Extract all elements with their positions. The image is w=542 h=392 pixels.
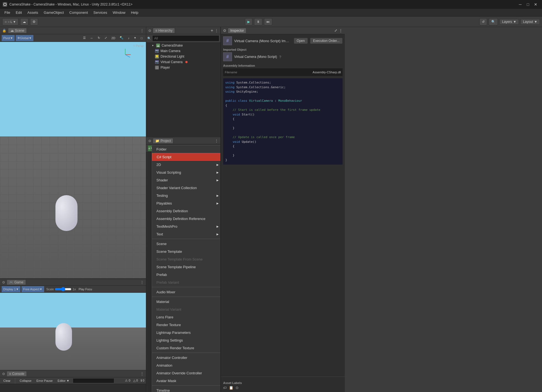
fx-btn[interactable]: ✦ bbox=[132, 35, 138, 41]
scene-toolbar: Pivot ▼ ⊕ Global ▼ ☰ ↔ ↻ ⤢ 2D 🔦 ♪ ✦ □ bbox=[0, 34, 146, 42]
menu-entry-prefab-variant: Prefab Variant bbox=[152, 278, 220, 286]
menu-window[interactable]: Window bbox=[110, 10, 128, 15]
menu-services[interactable]: Services bbox=[91, 10, 110, 15]
menu-entry-render-texture[interactable]: Render Texture bbox=[152, 321, 220, 329]
menu-entry-shader-variant-collection[interactable]: Shader Variant Collection bbox=[152, 184, 220, 192]
menu-edit[interactable]: Edit bbox=[13, 10, 25, 15]
tab-project[interactable]: 📁 Project bbox=[153, 138, 173, 144]
tab-inspector[interactable]: Inspector bbox=[228, 28, 246, 33]
menu-assets[interactable]: Assets bbox=[25, 10, 41, 15]
hierarchy-item-camerashake[interactable]: ▼ ⛰ CameraShake bbox=[146, 43, 220, 48]
menu-entry-textmeshpro[interactable]: TextMeshPro ▶ bbox=[152, 222, 220, 230]
cloud-icon: ☁ bbox=[23, 20, 26, 24]
menu-help[interactable]: Help bbox=[128, 10, 141, 15]
close-button[interactable]: ✕ bbox=[532, 1, 539, 8]
menu-entry-avatar-mask[interactable]: Avatar Mask bbox=[152, 377, 220, 385]
step-button[interactable]: ⏭ bbox=[264, 18, 272, 25]
execution-order-button[interactable]: Execution Order... bbox=[310, 38, 343, 44]
menu-gameobject[interactable]: GameObject bbox=[41, 10, 66, 15]
menu-entry-prefab[interactable]: Prefab bbox=[152, 271, 220, 278]
menu-entry-csharp-script[interactable]: C# Script bbox=[152, 153, 220, 161]
layout-button[interactable]: Layout ▼ bbox=[520, 19, 540, 25]
menu-entry-custom-render-texture[interactable]: Custom Render Texture bbox=[152, 344, 220, 352]
play-button[interactable]: ▶ bbox=[245, 18, 252, 25]
global-toggle[interactable]: ⊕ Global ▼ bbox=[16, 35, 33, 41]
rotate-btn[interactable]: ↻ bbox=[96, 35, 102, 41]
game-menu-icon[interactable]: ⋮ bbox=[140, 280, 144, 284]
asset-labels-title: Asset Labels bbox=[223, 381, 343, 385]
scale-btn[interactable]: ⤢ bbox=[103, 35, 109, 41]
asset-label-icon3[interactable]: ⊙ bbox=[236, 386, 239, 390]
inspector-menu-icon[interactable]: ⋮ bbox=[339, 28, 343, 33]
tab-console[interactable]: ≡ Console bbox=[7, 371, 27, 377]
grid-btn[interactable]: ☰ bbox=[81, 35, 87, 41]
menu-entry-audio-mixer[interactable]: Audio Mixer bbox=[152, 288, 220, 296]
asset-label-icon1[interactable]: 🏷 bbox=[223, 386, 227, 390]
search-button[interactable]: 🔍 bbox=[489, 18, 498, 25]
menu-entry-assembly-definition[interactable]: Assembly Definition bbox=[152, 207, 220, 215]
menu-entry-text[interactable]: Text ▶ bbox=[152, 230, 220, 238]
collapse-button[interactable]: Collapse bbox=[18, 379, 33, 383]
minimize-button[interactable]: ─ bbox=[517, 1, 524, 8]
sky-btn[interactable]: □ bbox=[139, 35, 144, 41]
menu-component[interactable]: Component bbox=[66, 10, 90, 15]
menu-entry-timeline[interactable]: Timeline bbox=[152, 386, 220, 392]
menu-entry-playables[interactable]: Playables ▶ bbox=[152, 199, 220, 207]
move-btn[interactable]: ↔ bbox=[89, 35, 95, 41]
mode2d-btn[interactable]: 2D bbox=[110, 35, 117, 41]
pivot-toggle[interactable]: Pivot ▼ bbox=[2, 35, 15, 41]
hierarchy-add-icon[interactable]: + bbox=[211, 28, 213, 33]
undo-button[interactable]: ↺ bbox=[479, 18, 487, 25]
clear-button[interactable]: Clear bbox=[2, 379, 12, 383]
hierarchy-menu-icon[interactable]: ⋮ bbox=[215, 29, 218, 33]
menu-entry-shader[interactable]: Shader ▶ bbox=[152, 176, 220, 184]
menu-entry-lightmap-parameters[interactable]: Lightmap Parameters bbox=[152, 329, 220, 336]
hierarchy-item-virtualcamera[interactable]: 📷 Virtual Camera bbox=[146, 59, 220, 65]
menu-file[interactable]: File bbox=[2, 10, 13, 15]
console-menu-icon[interactable]: ⋮ bbox=[140, 372, 144, 376]
menu-entry-lighting-settings[interactable]: Lighting Settings bbox=[152, 336, 220, 344]
scene-view: < Persp bbox=[0, 42, 146, 279]
asset-label-icon2[interactable]: 📋 bbox=[229, 386, 233, 390]
open-button[interactable]: Open bbox=[294, 38, 308, 44]
scale-slider[interactable] bbox=[55, 287, 71, 291]
console-search-input[interactable] bbox=[73, 378, 114, 383]
project-menu-icon[interactable]: ⋮ bbox=[215, 139, 218, 143]
tab-game[interactable]: 🎮 Game bbox=[7, 280, 26, 285]
play-focus-btn[interactable]: Play Focu bbox=[77, 286, 94, 292]
hierarchy-item-player[interactable]: ⬡ Player bbox=[146, 65, 220, 70]
menu-entry-lens-flare[interactable]: Lens Flare bbox=[152, 313, 220, 321]
maximize-button[interactable]: □ bbox=[524, 1, 532, 8]
aspect-selector[interactable]: Free Aspect ▼ bbox=[22, 286, 44, 292]
menu-entry-animation[interactable]: Animation bbox=[152, 361, 220, 369]
error-pause-button[interactable]: Error Pause bbox=[35, 379, 54, 383]
hierarchy-item-maincamera[interactable]: 📷 Main Camera bbox=[146, 48, 220, 54]
menu-entry-visual-scripting[interactable]: Visual Scripting ▶ bbox=[152, 168, 220, 176]
menu-entry-animator-controller[interactable]: Animator Controller bbox=[152, 354, 220, 361]
menu-entry-assembly-definition-reference[interactable]: Assembly Definition Reference bbox=[152, 215, 220, 222]
inspector-maximize-icon[interactable]: ⤢ bbox=[334, 28, 337, 33]
account-button[interactable]: ○ ○ L ▼ bbox=[2, 18, 18, 25]
menu-entry-folder[interactable]: Folder bbox=[152, 145, 220, 153]
menu-entry-animator-override-controller[interactable]: Animator Override Controller bbox=[152, 369, 220, 377]
scene-menu-icon[interactable]: ⋮ bbox=[140, 29, 144, 33]
hierarchy-item-directionallight[interactable]: 💡 Directional Light bbox=[146, 54, 220, 59]
pause-button[interactable]: ⏸ bbox=[254, 18, 262, 25]
menu-entry-scene-template[interactable]: Scene Template bbox=[152, 248, 220, 255]
hierarchy-search-input[interactable] bbox=[152, 35, 219, 41]
menu-entry-2d[interactable]: 2D ▶ bbox=[152, 161, 220, 168]
question-icon[interactable]: ? bbox=[279, 55, 281, 59]
cloud-button[interactable]: ☁ bbox=[20, 18, 28, 25]
menu-entry-material[interactable]: Material bbox=[152, 298, 220, 305]
menu-entry-scene-template-pipeline[interactable]: Scene Template Pipeline bbox=[152, 263, 220, 271]
tab-scene[interactable]: ⛰ Scene bbox=[8, 28, 27, 33]
menu-entry-scene[interactable]: Scene bbox=[152, 240, 220, 248]
menu-entry-testing[interactable]: Testing ▶ bbox=[152, 192, 220, 199]
audio-btn[interactable]: ♪ bbox=[126, 35, 131, 41]
tab-hierarchy[interactable]: ≡ Hierarchy bbox=[153, 28, 175, 33]
editor-filter[interactable]: Editor ▼ bbox=[56, 379, 71, 383]
layers-button[interactable]: Layers ▼ bbox=[500, 19, 519, 25]
light-btn[interactable]: 🔦 bbox=[118, 35, 125, 41]
settings-button[interactable]: ⚙ bbox=[30, 18, 38, 25]
display-selector[interactable]: Display 1 ▼ bbox=[2, 286, 20, 292]
